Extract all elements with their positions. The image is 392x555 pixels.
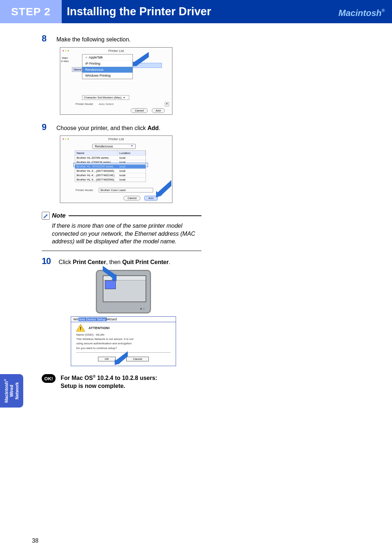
stepper-icon: ▾ [165, 102, 169, 106]
callout-arrow-icon [115, 351, 128, 365]
cancel-button: Cancel [131, 108, 148, 113]
dropdown-item-rendezvous: Rendezvous [82, 67, 132, 73]
ok-badge: OK! [42, 374, 56, 383]
printer-name: Brother HL-2070N series [75, 156, 118, 160]
step-badge: STEP 2 [0, 0, 62, 23]
window-title: Printer List [60, 137, 172, 141]
printer-name: Brother HL-4…(007748214E) [75, 173, 118, 177]
printer-loc: local [118, 156, 146, 160]
printer-model-label: Printer Model: [75, 102, 94, 106]
cancel-button: Cancel [123, 196, 140, 200]
ok-confirmation: OK! For Mac OS® 10.2.4 to 10.2.8 users: … [42, 374, 201, 390]
page-number: 38 [32, 538, 38, 544]
callout-arrow-icon [103, 266, 117, 282]
attention-label: ATTENTION! [89, 326, 110, 330]
add-button: Add [152, 108, 165, 113]
divider [69, 215, 201, 216]
printer-loc: local [118, 169, 146, 173]
monitor-illustration: ● ○ [96, 270, 151, 313]
column-header-name: Name [75, 151, 118, 155]
step-number: 10 [42, 257, 57, 266]
charset-select: Character Set:Western (Mac) [82, 95, 129, 100]
callout-arrow-icon [133, 52, 149, 66]
step-number: 8 [42, 34, 55, 43]
step-text: Choose your printer, and then click Add. [56, 124, 198, 132]
step-text: Make the following selection. [56, 36, 198, 44]
dropdown-item-appletalk: AppleTalk [82, 54, 132, 61]
warning-line: using secure authentication and encrypti… [76, 342, 171, 345]
step-text: Click Print Center, then Quit Print Cent… [58, 258, 200, 266]
svg-text:!: ! [80, 326, 81, 331]
note-pencil-icon [42, 212, 50, 220]
wizard-title: Wirless Device SetupWizard [71, 317, 176, 322]
dropdown-item-windows: Windows Printing [82, 73, 132, 79]
printer-model-label: Printer Model: [75, 189, 94, 192]
cancel-button: Cancel [126, 357, 149, 361]
screenshot-printer-list-1: ●●● Printer List MakeIn Men Name AppleTa… [60, 47, 172, 115]
connection-select: Rendezvous [92, 144, 136, 149]
step-number: 9 [42, 123, 55, 131]
printer-loc: local [118, 178, 146, 182]
printer-model-value: Auto Select [99, 102, 114, 106]
dropdown-item-ip: IP Printing [82, 61, 132, 67]
printer-name: Brother HL-4…(0077482556) [75, 178, 118, 182]
add-button: Add [144, 196, 158, 200]
warning-line: This Wireless Network is not secure. It … [76, 337, 171, 341]
sidebar-labels: MakeIn Men [61, 56, 69, 64]
ssid-line: Name (SSID) : WLAN [76, 333, 171, 337]
monitor-buttons-icon: ● ○ [140, 307, 145, 311]
note-body: If there is more than one of the same pr… [42, 220, 201, 249]
ok-button: OK [98, 357, 116, 361]
side-tab-macintosh-wired-network: Macintosh® Wired Network [0, 374, 23, 408]
printer-name: Brother HL-4…(0077483d06) [75, 169, 118, 173]
screenshot-printer-list-2: ●●● Printer List Rendezvous Name Locatio… [60, 135, 172, 203]
wizard-dialog: Wirless Device SetupWizard ! ATTENTION! … [71, 316, 176, 366]
window-title: Printer List [60, 49, 172, 53]
warning-line: Do you want to continue setup? [76, 347, 171, 350]
column-header-location: Location [118, 151, 146, 155]
column-header-name: Name [72, 67, 82, 72]
step-8: 8 Make the following selection. [42, 34, 201, 44]
callout-arrow-icon [156, 180, 171, 198]
printer-model-value: Brother Color Laser [99, 188, 153, 193]
page-header: STEP 2 Installing the Printer Driver [0, 0, 392, 23]
step-10: 10 Click Print Center, then Quit Print C… [42, 257, 201, 266]
printer-loc: local [118, 173, 146, 177]
step-9: 9 Choose your printer, and then click Ad… [42, 123, 201, 132]
ok-text: For Mac OS® 10.2.4 to 10.2.8 users: Setu… [61, 374, 157, 390]
selection-outline [73, 163, 148, 167]
note-block: Note If there is more than one of the sa… [42, 212, 201, 251]
connection-dropdown: AppleTalk IP Printing Rendezvous Windows… [82, 54, 133, 79]
divider [42, 251, 201, 251]
platform-label: Macintosh® [338, 8, 385, 18]
warning-triangle-icon: ! [76, 324, 85, 332]
note-label: Note [52, 212, 66, 219]
